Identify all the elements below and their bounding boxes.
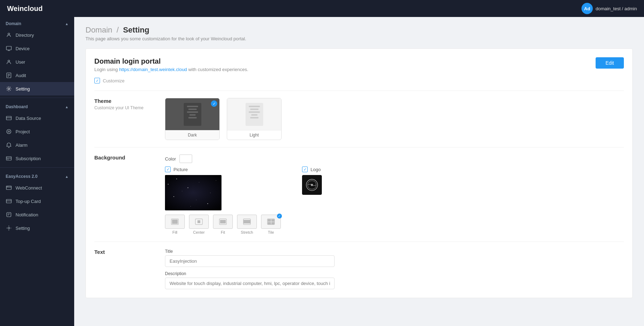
svg-rect-9 xyxy=(6,116,11,120)
directory-icon xyxy=(6,32,12,38)
theme-card-dark[interactable]: ✓ Dark xyxy=(165,98,220,140)
sidebar-label-alarm: Alarm xyxy=(16,142,28,148)
sidebar-label-setting: Setting xyxy=(16,86,30,92)
sidebar-item-user[interactable]: User xyxy=(0,55,74,69)
sidebar-label-user: User xyxy=(16,59,25,65)
svg-rect-36 xyxy=(268,222,271,225)
layout-fit[interactable]: Fit xyxy=(213,215,233,234)
dark-label: Dark xyxy=(165,130,219,140)
fit-label: Fit xyxy=(221,230,225,234)
sidebar-label-setting2: Setting xyxy=(16,226,30,231)
sidebar-item-project[interactable]: Project xyxy=(0,125,74,138)
device-icon xyxy=(6,45,12,52)
layout-options: Fill Center xyxy=(165,215,281,234)
picture-label: Picture xyxy=(173,167,188,172)
stars-background xyxy=(165,175,221,210)
sidebar-item-webconnect[interactable]: WebConnect xyxy=(0,181,74,194)
sidebar-label-device: Device xyxy=(16,46,30,51)
chevron-up-icon-2: ▲ xyxy=(65,105,69,109)
center-label: Center xyxy=(193,230,205,234)
username: domain_test / admin xyxy=(596,6,637,11)
layout-tile[interactable]: ✓ Tile xyxy=(261,215,281,234)
sidebar-label-notification: Notification xyxy=(16,212,38,217)
customize-label: Customize xyxy=(103,78,124,83)
layout-center[interactable]: Center xyxy=(189,215,209,234)
webconnect-icon xyxy=(6,185,12,191)
logo-checkbox[interactable]: ✓ xyxy=(302,167,308,172)
svg-point-17 xyxy=(7,186,7,187)
svg-rect-37 xyxy=(271,222,274,225)
sidebar-item-audit[interactable]: Audit xyxy=(0,69,74,82)
theme-section: Theme Customize your UI Theme ✓ xyxy=(94,98,624,140)
sidebar: Domain ▲ Directory Device User Audit xyxy=(0,17,74,326)
svg-rect-34 xyxy=(268,219,271,222)
sidebar-item-subscription[interactable]: Subscription xyxy=(0,152,74,165)
svg-rect-13 xyxy=(6,157,11,160)
light-label: Light xyxy=(227,130,281,140)
light-doc xyxy=(246,103,263,126)
sidebar-item-notification[interactable]: Notification xyxy=(0,208,74,221)
datasource-icon xyxy=(6,115,12,121)
picture-checkbox[interactable]: ✓ xyxy=(165,167,171,172)
title-input[interactable] xyxy=(165,255,335,267)
avatar: Ad xyxy=(581,3,593,14)
text-section: Text Title Description xyxy=(94,249,624,289)
sidebar-label-datasource: Data Source xyxy=(16,116,41,121)
edit-button[interactable]: Edit xyxy=(596,57,624,69)
theme-card-light[interactable]: Light xyxy=(227,98,282,140)
setting-icon xyxy=(6,86,12,92)
chevron-up-icon: ▲ xyxy=(65,22,69,26)
theme-label: Theme xyxy=(94,98,151,104)
setting2-icon xyxy=(6,225,12,231)
color-swatch[interactable] xyxy=(179,155,192,163)
background-section: Background Color ✓ xyxy=(94,155,624,234)
sidebar-section-dashboard: Dashboard ▲ xyxy=(0,100,74,111)
customize-checkbox[interactable]: ✓ xyxy=(94,78,100,83)
sidebar-label-project: Project xyxy=(16,129,30,134)
theme-desc: Customize your UI Theme xyxy=(94,105,151,110)
svg-point-11 xyxy=(7,129,11,134)
app-logo: Weincloud xyxy=(7,5,43,13)
title-label: Title xyxy=(165,249,335,254)
text-label: Text xyxy=(94,249,151,255)
sidebar-item-directory[interactable]: Directory xyxy=(0,28,74,42)
logo-label: Logo xyxy=(311,167,321,172)
light-line-2 xyxy=(250,109,259,110)
layout-fill[interactable]: Fill xyxy=(165,215,185,234)
project-icon xyxy=(6,128,12,135)
light-line-1 xyxy=(249,106,260,107)
tile-check: ✓ xyxy=(277,214,282,219)
picture-logo-row: ✓ Picture xyxy=(165,167,624,234)
description-input[interactable] xyxy=(165,278,335,289)
svg-point-8 xyxy=(8,88,10,90)
fill-icon xyxy=(165,215,185,229)
dark-line-3 xyxy=(187,111,198,113)
sidebar-item-topupcard[interactable]: Top-up Card xyxy=(0,194,74,208)
notification-icon xyxy=(6,211,12,218)
dark-doc xyxy=(184,103,201,126)
svg-rect-30 xyxy=(220,220,226,223)
sidebar-item-setting[interactable]: Setting xyxy=(0,82,74,95)
sidebar-item-alarm[interactable]: Alarm xyxy=(0,138,74,152)
layout-stretch[interactable]: Stretch xyxy=(237,215,257,234)
main-content: Domain / Setting This page allows you so… xyxy=(74,17,644,326)
card-subtitle: Login using https://domain_test.weintek.… xyxy=(94,67,248,72)
background-preview[interactable] xyxy=(165,175,221,210)
svg-point-39 xyxy=(311,184,313,186)
logo-image[interactable] xyxy=(302,175,322,195)
svg-rect-21 xyxy=(7,213,11,217)
theme-cards: ✓ Dark xyxy=(165,98,624,140)
sidebar-label-webconnect: WebConnect xyxy=(16,185,42,191)
card-link[interactable]: https://domain_test.weintek.cloud xyxy=(119,67,187,72)
breadcrumb: Domain / Setting xyxy=(85,25,633,35)
svg-point-24 xyxy=(8,227,10,229)
sidebar-item-datasource[interactable]: Data Source xyxy=(0,111,74,125)
svg-point-0 xyxy=(8,33,10,35)
tile-icon: ✓ xyxy=(261,215,281,229)
topupcard-icon xyxy=(6,198,12,204)
chevron-up-icon-3: ▲ xyxy=(65,175,69,179)
sidebar-item-setting2[interactable]: Setting xyxy=(0,221,74,235)
sidebar-item-device[interactable]: Device xyxy=(0,42,74,55)
domain-login-card: Domain login portal Login using https://… xyxy=(85,48,633,298)
sidebar-label-directory: Directory xyxy=(16,33,34,38)
